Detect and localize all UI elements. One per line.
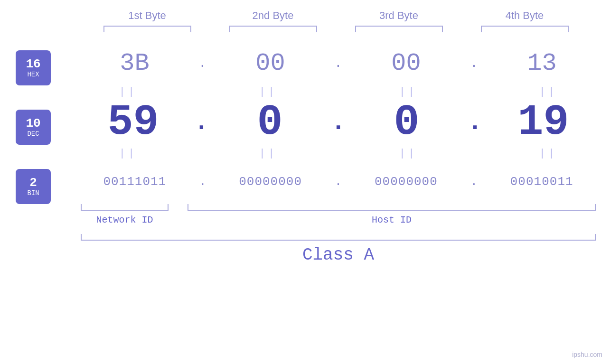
dec-val-2: 0 xyxy=(257,98,282,147)
dec-cell-2: 0 xyxy=(226,98,314,147)
dec-dot-1: . xyxy=(194,109,209,137)
dec-row: 59 . 0 . 0 . 19 xyxy=(66,99,610,146)
dec-cell-3: 0 xyxy=(363,98,450,147)
bin-cell-4: 00010011 xyxy=(498,175,586,189)
top-bracket-4 xyxy=(481,26,569,32)
bin-val-4: 00010011 xyxy=(510,175,573,189)
bin-dot-2: . xyxy=(335,175,342,189)
sep1-1: || xyxy=(84,86,172,98)
bin-cell-2: 00000000 xyxy=(226,175,314,189)
left-badges: 16 HEX 10 DEC 2 BIN xyxy=(0,42,66,208)
top-brackets xyxy=(84,26,588,32)
sep2-3: || xyxy=(365,148,452,159)
dec-badge: 10 DEC xyxy=(16,110,51,145)
hex-dot-1: . xyxy=(198,56,206,71)
hex-cell-3: 00 xyxy=(362,49,450,77)
values-grid: 3B . 00 . 00 . 13 || || xyxy=(66,42,610,265)
dec-badge-label: DEC xyxy=(27,130,39,138)
bin-badge-number: 2 xyxy=(29,176,37,190)
dec-val-4: 19 xyxy=(518,98,569,147)
bin-row: 00111011 . 00000000 . 00000000 . 0001001… xyxy=(66,160,610,203)
id-labels-row: Network ID Host ID xyxy=(66,215,610,225)
dec-badge-number: 10 xyxy=(26,117,40,131)
hex-cell-2: 00 xyxy=(226,49,314,77)
sep1-2: || xyxy=(225,86,312,98)
class-bracket-container xyxy=(66,234,610,241)
bin-val-3: 00000000 xyxy=(375,175,438,189)
hex-dot-3: . xyxy=(470,56,478,71)
hex-dot-2: . xyxy=(334,56,342,71)
main-container: 1st Byte 2nd Byte 3rd Byte 4th Byte 16 H… xyxy=(0,0,610,364)
hex-badge: 16 HEX xyxy=(16,50,51,85)
dec-cell-1: 59 xyxy=(89,98,177,147)
hex-cell-4: 13 xyxy=(498,49,586,77)
sep2-4: || xyxy=(505,148,592,159)
hex-row: 3B . 00 . 00 . 13 xyxy=(66,42,610,84)
bin-cell-3: 00000000 xyxy=(362,175,450,189)
dec-val-1: 59 xyxy=(107,98,159,147)
dec-dot-3: . xyxy=(468,109,482,137)
hex-badge-number: 16 xyxy=(26,57,40,71)
bin-cell-1: 00111011 xyxy=(91,175,178,189)
separator-2: || || || || xyxy=(66,146,610,160)
top-bracket-3 xyxy=(355,26,443,32)
byte3-label: 3rd Byte xyxy=(351,9,446,22)
content-wrapper: 16 HEX 10 DEC 2 BIN xyxy=(0,42,610,265)
hex-val-4: 13 xyxy=(527,49,556,77)
hex-val-3: 00 xyxy=(391,49,421,77)
sep2-2: || xyxy=(225,148,312,159)
bin-dot-3: . xyxy=(470,175,478,189)
sep1-3: || xyxy=(365,86,452,98)
bottom-brackets-row xyxy=(66,204,610,211)
sep1-4: || xyxy=(505,86,592,98)
bin-badge: 2 BIN xyxy=(16,169,51,204)
hex-val-2: 00 xyxy=(255,49,285,77)
hex-val-1: 3B xyxy=(120,49,149,77)
watermark: ipshu.com xyxy=(572,351,602,358)
bin-badge-label: BIN xyxy=(27,189,39,197)
class-bracket xyxy=(81,234,596,241)
byte4-label: 4th Byte xyxy=(477,9,572,22)
top-bracket-2 xyxy=(229,26,317,32)
dec-val-3: 0 xyxy=(394,98,420,147)
network-bracket xyxy=(81,204,169,211)
top-bracket-1 xyxy=(103,26,191,32)
bin-val-2: 00000000 xyxy=(239,175,302,189)
byte-headers: 1st Byte 2nd Byte 3rd Byte 4th Byte xyxy=(84,9,588,22)
hex-cell-1: 3B xyxy=(91,49,178,77)
hex-badge-label: HEX xyxy=(27,71,39,78)
dec-cell-4: 19 xyxy=(499,98,587,147)
bin-dot-1: . xyxy=(199,175,206,189)
host-id-label: Host ID xyxy=(188,215,596,225)
dec-dot-2: . xyxy=(331,109,346,137)
bin-val-1: 00111011 xyxy=(103,175,166,189)
byte2-label: 2nd Byte xyxy=(225,9,320,22)
sep2-1: || xyxy=(84,148,172,159)
network-id-label: Network ID xyxy=(81,215,169,225)
class-label: Class A xyxy=(66,245,610,265)
byte1-label: 1st Byte xyxy=(100,9,195,22)
separator-1: || || || || xyxy=(66,84,610,99)
host-bracket xyxy=(188,204,596,211)
